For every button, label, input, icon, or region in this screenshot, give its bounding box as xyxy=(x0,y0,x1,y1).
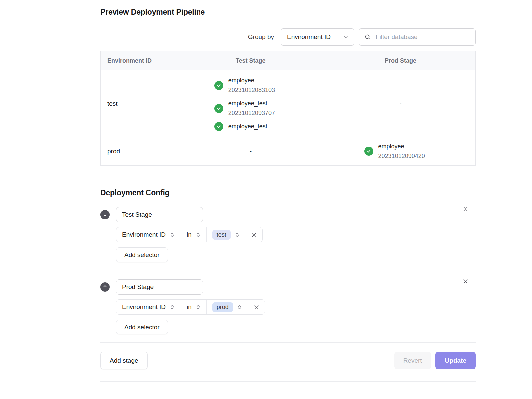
pipeline-toolbar: Group by Environment ID xyxy=(100,28,476,46)
group-by-select[interactable]: Environment ID xyxy=(281,28,354,46)
empty-stage-cell: - xyxy=(176,137,326,165)
database-name: employee_test xyxy=(228,99,275,108)
database-name: employee xyxy=(228,76,275,85)
deployment-pipeline-panel: Preview Deployment Pipeline Group by Env… xyxy=(100,0,476,382)
selector-row: Environment ID in test xyxy=(116,227,476,242)
arrow-down-circle-icon xyxy=(100,210,110,219)
selector-value-select[interactable]: test xyxy=(207,227,246,242)
selector-value-tag: test xyxy=(212,230,231,240)
add-selector-button[interactable]: Add selector xyxy=(116,247,168,262)
database-deployment-entry: employee_test 20231012093707 xyxy=(214,99,287,118)
stage-config-test: Environment ID in test xyxy=(100,207,476,262)
success-check-icon xyxy=(214,122,223,131)
stage-name-input[interactable] xyxy=(116,279,203,295)
remove-selector-button[interactable] xyxy=(248,300,265,314)
database-name: employee xyxy=(378,142,425,151)
select-updown-icon xyxy=(195,232,201,238)
selector-field-value: Environment ID xyxy=(122,231,166,238)
pipeline-preview-table: Environment ID Test Stage Prod Stage tes… xyxy=(100,51,476,166)
update-button[interactable]: Update xyxy=(435,352,476,369)
stage-name-input[interactable] xyxy=(116,207,203,222)
stage-divider xyxy=(100,270,476,270)
group-by-label: Group by xyxy=(248,33,274,41)
database-filter-box xyxy=(359,28,476,46)
deployment-config-title: Deployment Config xyxy=(100,188,476,197)
database-version: 20231012090420 xyxy=(378,151,425,161)
selector-field-select[interactable]: Environment ID xyxy=(116,300,181,314)
arrow-up-circle-icon xyxy=(100,282,110,292)
search-icon xyxy=(364,34,371,40)
selector-operator-select[interactable]: in xyxy=(181,227,207,242)
selector-value-tag: prod xyxy=(212,302,233,312)
environment-id-cell: test xyxy=(101,70,176,137)
bottom-divider xyxy=(100,381,476,382)
stage-config-prod: Environment ID in prod xyxy=(100,279,476,334)
remove-stage-button[interactable] xyxy=(462,205,469,213)
group-by-selected-value: Environment ID xyxy=(287,33,331,41)
success-check-icon xyxy=(364,147,373,156)
add-stage-button[interactable]: Add stage xyxy=(100,352,148,369)
stage-header xyxy=(100,279,476,295)
footer-divider xyxy=(100,342,476,343)
page-title: Preview Deployment Pipeline xyxy=(100,0,476,17)
selector-field-value: Environment ID xyxy=(122,303,166,311)
select-updown-icon xyxy=(237,304,242,310)
database-name: employee_test xyxy=(228,122,267,131)
label-selector: Environment ID in prod xyxy=(116,299,265,315)
label-selector: Environment ID in test xyxy=(116,227,263,242)
remove-stage-button[interactable] xyxy=(462,277,469,285)
stage-header xyxy=(100,207,476,222)
table-row: test employee 20231012083103 xyxy=(101,70,475,137)
success-check-icon xyxy=(214,104,223,113)
prod-stage-cell: employee 20231012090420 xyxy=(326,137,475,165)
column-header-prod-stage: Prod Stage xyxy=(326,57,475,64)
chevron-down-icon xyxy=(343,34,349,40)
selector-field-select[interactable]: Environment ID xyxy=(116,227,181,242)
select-updown-icon xyxy=(169,232,175,238)
database-deployment-entry: employee 20231012090420 xyxy=(364,142,437,161)
table-header-row: Environment ID Test Stage Prod Stage xyxy=(101,51,475,70)
selector-operator-value: in xyxy=(187,231,192,238)
selector-value-select[interactable]: prod xyxy=(207,300,248,314)
selector-operator-select[interactable]: in xyxy=(181,300,207,314)
selector-row: Environment ID in prod xyxy=(116,299,476,315)
filter-database-input[interactable] xyxy=(375,33,470,41)
column-header-environment-id: Environment ID xyxy=(101,57,176,64)
selector-operator-value: in xyxy=(187,303,192,311)
remove-selector-button[interactable] xyxy=(246,227,262,242)
empty-stage-cell: - xyxy=(326,70,475,137)
column-header-test-stage: Test Stage xyxy=(176,57,326,64)
database-version: 20231012083103 xyxy=(228,85,275,95)
database-deployment-entry: employee 20231012083103 xyxy=(214,76,287,95)
revert-button[interactable]: Revert xyxy=(394,352,431,369)
test-stage-cell: employee 20231012083103 employee_test 20… xyxy=(176,70,326,137)
success-check-icon xyxy=(214,81,223,90)
database-deployment-entry: employee_test xyxy=(214,122,287,131)
environment-id-cell: prod xyxy=(101,137,176,165)
select-updown-icon xyxy=(234,232,240,238)
table-row: prod - employee 20231012090420 xyxy=(101,137,475,165)
select-updown-icon xyxy=(195,304,201,310)
config-footer: Add stage Revert Update xyxy=(100,352,476,369)
add-selector-button[interactable]: Add selector xyxy=(116,320,168,334)
database-version: 20231012093707 xyxy=(228,108,275,118)
select-updown-icon xyxy=(169,304,175,310)
